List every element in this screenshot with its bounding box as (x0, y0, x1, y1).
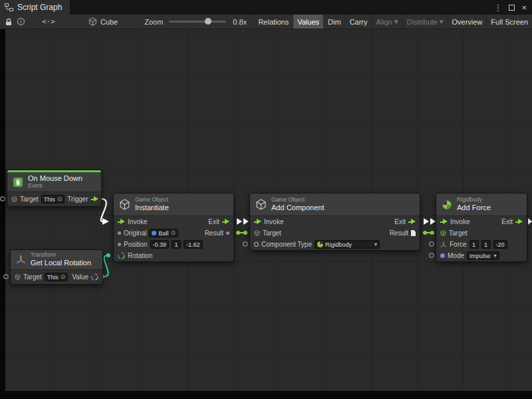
original-port-label: Original (124, 229, 146, 237)
node-category: Game Object (135, 197, 169, 203)
maximize-icon[interactable] (509, 5, 515, 11)
flow-output-icon[interactable] (515, 219, 523, 225)
script-graph-window: Script Graph ⋮ × i <·> Cube Zoom 0.8x (0, 0, 532, 399)
info-glyph: i (17, 18, 25, 25)
dropdown-arrow-icon: ▾ (374, 241, 377, 247)
force-y-input[interactable]: 1 (481, 240, 491, 249)
port-row: Component Type Rigidbody ▾ (250, 239, 420, 250)
align-button[interactable]: Align▾ (372, 15, 402, 29)
position-x-input[interactable]: -0.39 (150, 240, 170, 249)
node-on-mouse-down[interactable]: On Mouse Down Event Target This ⊙ Trigge… (7, 170, 102, 207)
port-row: Invoke Exit (250, 216, 420, 227)
original-object-field[interactable]: Ball ⊙ (149, 229, 178, 237)
port-row: Target This ⊙ Trigger (7, 192, 101, 206)
port-row: Invoke Exit (436, 216, 527, 227)
overview-label: Overview (452, 18, 483, 26)
ball-prefab-icon (152, 231, 156, 235)
port-row: Original Ball ⊙ Result (114, 227, 233, 239)
node-add-component[interactable]: Game Object Add Component Invoke Exit Ta… (249, 193, 420, 251)
node-header: Rigidbody Add Force (436, 194, 527, 216)
value-port-label: Value (72, 273, 88, 281)
rotation-type-icon[interactable] (91, 273, 98, 281)
fullscreen-button[interactable]: Full Screen (486, 15, 532, 29)
flow-input-icon[interactable] (254, 219, 261, 225)
value-port-icon[interactable] (118, 231, 121, 235)
target-port-label: Target (23, 273, 42, 281)
invoke-port-label: Invoke (450, 218, 469, 225)
exit-port-label: Exit (208, 218, 219, 225)
component-type-port-label: Component Type (261, 241, 312, 248)
transform-icon (16, 255, 26, 265)
force-y-value: 1 (484, 241, 487, 248)
window-title: Script Graph (17, 3, 62, 12)
node-get-local-rotation[interactable]: Transform Get Local Rotation Target This… (10, 249, 103, 285)
enum-type-icon (440, 253, 445, 258)
target-object-field[interactable]: This ⊙ (41, 195, 65, 203)
flow-output-icon[interactable] (408, 219, 416, 225)
trigger-port-label: Trigger (67, 196, 88, 203)
force-mode-dropdown[interactable]: Impulse ▾ (467, 251, 499, 260)
component-type-dropdown[interactable]: Rigidbody ▾ (315, 240, 380, 249)
close-icon[interactable]: × (521, 3, 527, 13)
lock-icon[interactable] (3, 15, 15, 29)
dim-button[interactable]: Dim (323, 15, 345, 29)
dropdown-arrow-icon: ▾ (494, 253, 497, 259)
force-z-input[interactable]: -20 (493, 240, 507, 249)
carry-button[interactable]: Carry (345, 15, 372, 29)
object-picker-icon[interactable]: ⊙ (57, 196, 63, 202)
force-x-input[interactable]: 1 (469, 240, 479, 249)
flow-output-icon[interactable] (222, 219, 229, 225)
target-object-field[interactable]: This ⊙ (45, 273, 68, 281)
value-port-icon[interactable] (226, 231, 229, 235)
node-add-force[interactable]: Rigidbody Add Force Invoke Exit Target (436, 193, 527, 262)
rotation-type-icon[interactable] (118, 252, 125, 259)
cube-icon (88, 17, 97, 26)
graph-object-button[interactable]: Cube (88, 17, 118, 26)
node-title: Add Component (271, 203, 325, 212)
port-row: Target This ⊙ Value (11, 270, 102, 284)
values-button[interactable]: Values (293, 15, 323, 29)
target-port-label: Target (449, 229, 467, 237)
canvas-left-edge (0, 29, 5, 399)
kebab-menu-icon[interactable]: ⋮ (493, 3, 502, 13)
flow-output-icon[interactable] (91, 196, 98, 202)
dropdown-arrow-icon: ▾ (440, 17, 444, 26)
component-result-icon[interactable] (411, 230, 416, 236)
object-picker-icon[interactable]: ⊙ (61, 274, 66, 280)
node-title: Add Force (457, 203, 491, 212)
flow-input-icon[interactable] (440, 219, 448, 225)
component-type-value: Rigidbody (325, 241, 352, 248)
type-port-icon[interactable] (254, 242, 259, 247)
node-header: Transform Get Local Rotation (11, 250, 102, 270)
target-object-value: This (44, 196, 55, 203)
zoom-value: 0.8x (233, 18, 247, 26)
zoom-slider[interactable] (169, 21, 226, 23)
result-port-label: Result (205, 229, 223, 237)
node-instantiate[interactable]: Game Object Instantiate Invoke Exit Orig… (113, 193, 234, 262)
values-label: Values (297, 18, 319, 26)
node-category: Game Object (271, 197, 325, 203)
graph-inspector-icon[interactable]: <·> (39, 15, 58, 29)
rotation-port-label: Rotation (128, 252, 152, 259)
position-port-label: Position (124, 241, 148, 248)
target-port-label: Target (263, 229, 281, 237)
overview-button[interactable]: Overview (448, 15, 487, 29)
fullscreen-label: Full Screen (491, 18, 528, 26)
dropdown-arrow-icon: ▾ (394, 17, 398, 26)
info-icon[interactable]: i (15, 15, 27, 29)
toolbar-buttons: Relations Values Dim Carry Align▾ Distri… (253, 15, 532, 29)
distribute-button[interactable]: Distribute▾ (402, 15, 448, 29)
graph-toolbar: i <·> Cube Zoom 0.8x Relations Values Di… (0, 15, 532, 29)
relations-button[interactable]: Relations (253, 15, 293, 29)
zoom-slider-thumb[interactable] (205, 18, 211, 25)
position-z-input[interactable]: -1.62 (184, 240, 203, 249)
position-y-input[interactable]: 1 (172, 240, 181, 249)
object-picker-icon[interactable]: ⊙ (170, 230, 176, 236)
node-subtitle: Event (28, 183, 82, 190)
flow-input-icon[interactable] (118, 219, 125, 225)
gameobject-type-icon (440, 230, 446, 236)
window-tab[interactable]: Script Graph (0, 0, 70, 15)
relations-label: Relations (258, 18, 289, 26)
align-label: Align (376, 18, 392, 26)
value-port-icon[interactable] (118, 243, 121, 246)
